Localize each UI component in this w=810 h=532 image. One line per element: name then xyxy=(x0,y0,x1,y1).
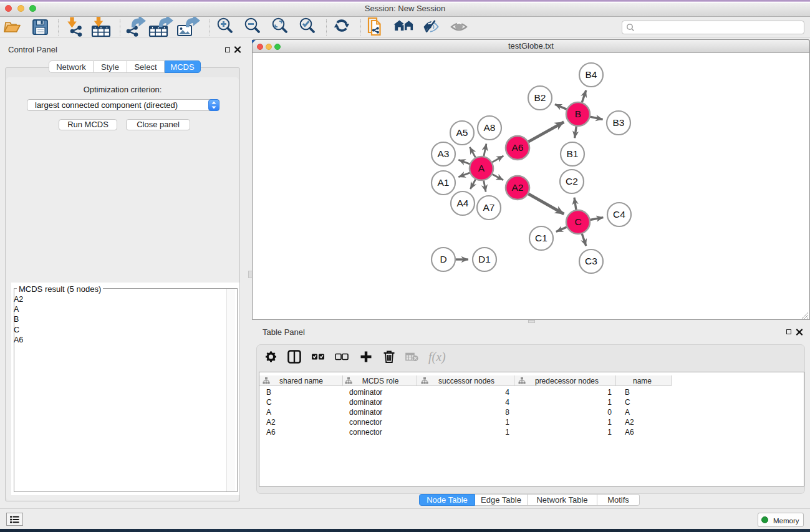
svg-text:A8: A8 xyxy=(484,122,496,133)
svg-text:D1: D1 xyxy=(478,254,491,264)
svg-text:A5: A5 xyxy=(456,127,468,138)
svg-text:f(x): f(x) xyxy=(428,350,446,364)
svg-text:D: D xyxy=(440,254,446,264)
svg-text:A6: A6 xyxy=(512,142,524,153)
svg-text:C: C xyxy=(574,216,581,227)
svg-text:B: B xyxy=(575,109,581,119)
svg-text:C2: C2 xyxy=(566,176,578,186)
svg-text:A4: A4 xyxy=(457,198,469,208)
svg-text:C1: C1 xyxy=(535,233,547,243)
svg-text:A1: A1 xyxy=(438,177,450,188)
svg-text:B2: B2 xyxy=(534,92,546,103)
svg-text:B3: B3 xyxy=(613,117,625,128)
svg-text:C3: C3 xyxy=(585,256,597,266)
svg-text:A3: A3 xyxy=(438,148,450,159)
svg-text:A7: A7 xyxy=(483,202,495,213)
svg-text:A: A xyxy=(478,163,485,173)
svg-text:B4: B4 xyxy=(586,69,597,80)
svg-text:C4: C4 xyxy=(613,209,625,220)
svg-text:A2: A2 xyxy=(512,182,524,193)
svg-text:B1: B1 xyxy=(567,148,579,159)
